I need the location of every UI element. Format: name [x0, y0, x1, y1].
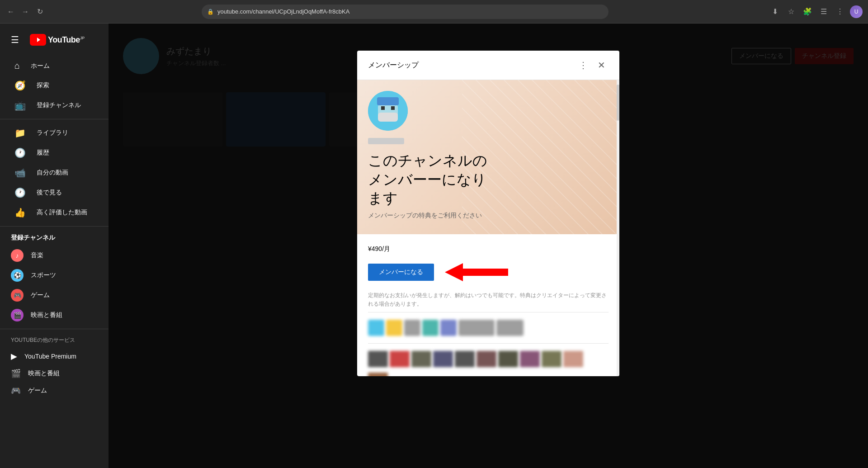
sidebar-item-library-label: ライブラリ [37, 129, 68, 137]
sidebar-item-explore[interactable]: 🧭 探索 [4, 76, 105, 95]
tabs-icon[interactable]: ☰ [817, 5, 830, 18]
lock-icon: 🔒 [207, 9, 214, 15]
address-bar[interactable]: 🔒 youtube.com/channel/UCpOjLndjOqMoffA-f… [202, 5, 609, 19]
divider-modal-2 [368, 343, 609, 344]
sidebar-item-home[interactable]: ⌂ ホーム [4, 56, 105, 76]
games-channel-icon: 🎮 [11, 289, 24, 302]
sidebar-item-explore-label: 探索 [37, 81, 49, 90]
emoji-6 [458, 320, 495, 336]
services-section-title: YOUTUBEの他のサービス [0, 333, 108, 348]
sports-channel-icon: ⚽ [11, 269, 24, 282]
emoji-5 [440, 320, 457, 336]
divider-1 [0, 119, 108, 119]
modal-header: メンバーシップ ⋮ ✕ [357, 51, 619, 80]
svg-rect-6 [377, 97, 399, 105]
sidebar-item-games2-label: ゲーム [28, 387, 47, 395]
user-avatar[interactable]: U [850, 5, 863, 18]
back-button[interactable]: ← [5, 6, 16, 17]
thumb-10 [563, 351, 583, 367]
youtube-logo-icon [30, 34, 46, 46]
modal-body[interactable]: このチャンネルのメンバーーになります メンバーシップの特典をご利用ください ¥4… [357, 80, 619, 376]
sidebar-item-music[interactable]: ♪ 音楽 [0, 246, 108, 265]
membership-modal: メンバーシップ ⋮ ✕ [357, 51, 619, 376]
sidebar-item-subscriptions[interactable]: 📺 登録チャンネル [4, 95, 105, 115]
modal-scrollbar-thumb [617, 85, 619, 121]
emoji-1 [368, 320, 384, 336]
thumb-4 [433, 351, 453, 367]
browser-actions: ⬇ ☆ 🧩 ☰ ⋮ U [769, 5, 863, 18]
emoji-4 [422, 320, 439, 336]
emoji-2 [386, 320, 402, 336]
sidebar-item-games-label: ゲーム [31, 291, 50, 299]
thumb-2 [390, 351, 410, 367]
sidebar-item-games2[interactable]: 🎮 ゲーム [0, 382, 108, 399]
sidebar-item-your-videos-label: 自分の動画 [37, 169, 68, 177]
home-icon: ⌂ [14, 61, 20, 71]
modal-overlay[interactable]: メンバーシップ ⋮ ✕ [108, 24, 868, 468]
thumbnail-row [368, 347, 609, 371]
main-content: みずたまり チャンネル登録者数 ... メンバーになる チャンネル登録 [108, 24, 868, 468]
sidebar-item-youtube-premium[interactable]: ▶ YouTube Premium [0, 348, 108, 365]
thumb-row2-1 [368, 373, 388, 376]
sidebar-item-youtube-premium-label: YouTube Premium [24, 353, 76, 360]
sidebar-item-history[interactable]: 🕐 履歴 [4, 143, 105, 163]
forward-button[interactable]: → [20, 6, 31, 17]
sidebar-item-music-label: 音楽 [31, 251, 43, 260]
youtube-premium-icon: ▶ [11, 351, 17, 361]
refresh-button[interactable]: ↻ [34, 6, 45, 17]
svg-rect-5 [378, 113, 398, 122]
modal-channel-avatar [368, 91, 408, 131]
sidebar-item-library[interactable]: 📁 ライブラリ [4, 123, 105, 143]
divider-modal-1 [368, 312, 609, 312]
sidebar: ☰ YouTubeJP ⌂ ホーム 🧭 探索 📺 登録チャンネル 📁 ライブラリ [0, 24, 108, 468]
liked-icon: 👍 [14, 207, 26, 218]
sidebar-item-sports[interactable]: ⚽ スポーツ [0, 265, 108, 285]
thumb-1 [368, 351, 388, 367]
sidebar-item-home-label: ホーム [31, 62, 50, 70]
menu-icon[interactable]: ⋮ [834, 5, 846, 18]
thumb-6 [476, 351, 496, 367]
explore-icon: 🧭 [14, 80, 26, 91]
divider-3 [0, 329, 108, 329]
svg-rect-7 [463, 269, 508, 276]
your-videos-icon: 📹 [14, 167, 26, 178]
svg-marker-0 [37, 38, 40, 42]
modal-close-button[interactable]: ✕ [594, 58, 609, 72]
sidebar-item-games[interactable]: 🎮 ゲーム [0, 285, 108, 305]
sidebar-item-movies[interactable]: 🎬 映画と番組 [0, 305, 108, 325]
sidebar-item-your-videos[interactable]: 📹 自分の動画 [4, 163, 105, 183]
thumb-7 [498, 351, 518, 367]
modal-hero: このチャンネルのメンバーーになります メンバーシップの特典をご利用ください [357, 80, 619, 234]
thumb-8 [520, 351, 540, 367]
divider-2 [0, 226, 108, 227]
browser-chrome: ← → ↻ 🔒 youtube.com/channel/UCpOjLndjOqM… [0, 0, 868, 24]
red-arrow [445, 259, 517, 286]
sidebar-top: ☰ YouTubeJP [0, 27, 108, 52]
modal-content-section: ¥490/月 メンバーになる [357, 234, 619, 376]
modal-more-button[interactable]: ⋮ [576, 58, 590, 72]
emoji-7 [496, 320, 524, 336]
history-icon: 🕐 [14, 147, 26, 158]
join-button[interactable]: メンバーになる [368, 264, 434, 281]
modal-scrollbar[interactable] [617, 80, 619, 376]
hamburger-button[interactable]: ☰ [7, 31, 23, 49]
subscriptions-icon: 📺 [14, 100, 26, 111]
sidebar-item-sports-label: スポーツ [31, 271, 56, 279]
bookmark-icon[interactable]: ☆ [785, 5, 797, 18]
games2-icon: 🎮 [11, 386, 21, 396]
extensions-icon[interactable]: 🧩 [801, 5, 814, 18]
disclaimer-text: 定期的なお支払いが発生しますが、解約はいつでも可能です。特典はクリエイターによっ… [368, 291, 609, 308]
youtube-logo[interactable]: YouTubeJP [30, 34, 85, 46]
app-layout: ☰ YouTubeJP ⌂ ホーム 🧭 探索 📺 登録チャンネル 📁 ライブラリ [0, 24, 868, 468]
sidebar-item-watch-later[interactable]: 🕐 後で見る [4, 183, 105, 203]
svg-rect-4 [391, 106, 395, 110]
emoji-3 [404, 320, 420, 336]
library-icon: 📁 [14, 128, 26, 138]
sidebar-item-liked[interactable]: 👍 高く評価した動画 [4, 203, 105, 222]
sidebar-item-subscriptions-label: 登録チャンネル [37, 101, 81, 109]
svg-rect-3 [381, 106, 385, 110]
svg-marker-8 [445, 263, 463, 281]
youtube-logo-text: YouTubeJP [48, 35, 85, 45]
download-icon[interactable]: ⬇ [769, 5, 781, 18]
sidebar-item-movies-tv[interactable]: 🎬 映画と番組 [0, 365, 108, 382]
